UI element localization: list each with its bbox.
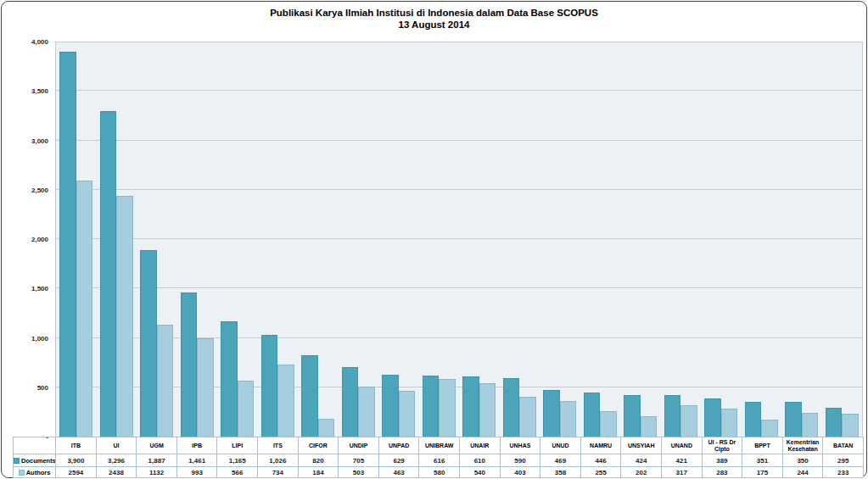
bar-authors-unpad bbox=[399, 391, 416, 437]
value-cell-documents-unand: 421 bbox=[662, 454, 703, 467]
bar-authors-unsyiah bbox=[641, 416, 658, 437]
bar-documents-undip bbox=[342, 367, 359, 437]
category-header-cell: CIFOR bbox=[298, 437, 339, 454]
legend-label: Documents bbox=[21, 457, 56, 465]
value-cell-documents-ui: 3,296 bbox=[96, 454, 137, 467]
y-axis-label: 4,000 bbox=[2, 38, 48, 46]
y-axis-label: 1,500 bbox=[2, 285, 48, 292]
value-cell-documents-ipb: 1,461 bbox=[176, 454, 217, 467]
value-cell-authors-ipb: 993 bbox=[176, 467, 217, 478]
plot-area bbox=[55, 42, 863, 437]
category-header-cell: BPPT bbox=[742, 437, 783, 454]
value-cell-documents-kementrian-kesehatan: 350 bbox=[782, 454, 823, 467]
y-axis-label: 500 bbox=[2, 383, 48, 391]
value-cell-authors-bppt: 175 bbox=[742, 467, 783, 478]
bar-authors-unhas bbox=[519, 397, 536, 437]
data-table: ITBUIUGMIPBLIPIITSCIFORUNDIPUNPADUNIBRAW… bbox=[13, 437, 864, 478]
bar-authors-ugm bbox=[157, 325, 174, 437]
value-cell-documents-its: 1,026 bbox=[258, 454, 299, 467]
bar-authors-cifor bbox=[318, 419, 335, 437]
chart-title-block: Publikasi Karya Ilmiah Institusi di Indo… bbox=[2, 7, 866, 31]
value-cell-documents-unud: 469 bbox=[540, 454, 581, 467]
value-cell-documents-batan: 295 bbox=[823, 454, 864, 467]
category-header-cell: UNHAS bbox=[500, 437, 540, 454]
bar-authors-bppt bbox=[761, 420, 778, 437]
category-header-cell: NAMRU bbox=[580, 437, 621, 454]
legend-key-documents: Documents bbox=[14, 454, 56, 467]
category-header-cell: Kementrian Kesehatan bbox=[782, 437, 823, 454]
bar-documents-cifor bbox=[301, 355, 318, 437]
category-header-cell: UNPAD bbox=[378, 437, 419, 454]
chart-subtitle: 13 August 2014 bbox=[2, 19, 866, 31]
value-cell-documents-ugm: 1,887 bbox=[137, 454, 177, 467]
bar-documents-bppt bbox=[745, 402, 762, 437]
gridline bbox=[56, 140, 862, 141]
value-cell-documents-cifor: 820 bbox=[298, 454, 339, 467]
category-header-cell: ITB bbox=[56, 437, 97, 454]
value-cell-documents-itb: 3,900 bbox=[56, 454, 97, 467]
bar-authors-namru bbox=[600, 411, 617, 437]
value-cell-authors-itb: 2594 bbox=[56, 467, 97, 478]
bar-documents-unud bbox=[543, 390, 560, 437]
gridline bbox=[56, 387, 862, 387]
bar-authors-unibraw bbox=[439, 379, 456, 437]
legend-key-authors: Authors bbox=[14, 467, 56, 478]
bar-documents-namru bbox=[584, 393, 601, 437]
chart-title: Publikasi Karya Ilmiah Institusi di Indo… bbox=[2, 7, 866, 19]
gridline bbox=[56, 90, 862, 91]
category-header-cell: UI - RS Dr Cipto bbox=[702, 437, 742, 454]
gridline bbox=[56, 189, 862, 190]
bar-authors-undip bbox=[358, 387, 375, 437]
bar-documents-unand bbox=[664, 395, 681, 437]
value-cell-authors-unhas: 403 bbox=[500, 467, 540, 478]
value-cell-authors-namru: 255 bbox=[580, 467, 621, 478]
value-cell-authors-undip: 503 bbox=[339, 467, 379, 478]
value-cell-documents-unhas: 590 bbox=[500, 454, 540, 467]
bar-documents-batan bbox=[826, 408, 843, 437]
value-cell-authors-kementrian-kesehatan: 244 bbox=[782, 467, 823, 478]
value-cell-authors-ugm: 1132 bbox=[137, 467, 177, 478]
category-header-cell: IPB bbox=[176, 437, 217, 454]
table-corner-cell bbox=[14, 437, 56, 454]
category-header-cell: ITS bbox=[258, 437, 299, 454]
value-cell-authors-ui-rs-dr-cipto: 283 bbox=[702, 467, 742, 478]
bar-documents-itb bbox=[59, 52, 76, 437]
bar-authors-ui-rs-dr-cipto bbox=[721, 409, 738, 437]
bar-documents-unibraw bbox=[423, 376, 440, 437]
y-axis-label: 2,000 bbox=[2, 236, 48, 243]
value-cell-authors-unand: 317 bbox=[662, 467, 703, 478]
bar-documents-unsyiah bbox=[624, 395, 641, 437]
bar-documents-its bbox=[261, 335, 278, 437]
value-cell-authors-unibraw: 580 bbox=[419, 467, 460, 478]
category-header-cell: UNAND bbox=[662, 437, 703, 454]
category-header-cell: UNIBRAW bbox=[419, 437, 460, 454]
value-cell-documents-undip: 705 bbox=[339, 454, 379, 467]
value-cell-authors-its: 734 bbox=[258, 467, 299, 478]
value-cell-documents-unsyiah: 424 bbox=[621, 454, 662, 467]
legend-swatch-icon bbox=[14, 458, 20, 464]
value-cell-authors-unud: 358 bbox=[540, 467, 581, 478]
category-header-cell: LIPI bbox=[217, 437, 258, 454]
value-cell-documents-unair: 610 bbox=[460, 454, 501, 467]
value-cell-authors-ui: 2438 bbox=[96, 467, 137, 478]
value-cell-documents-unibraw: 616 bbox=[419, 454, 460, 467]
category-header-cell: BATAN bbox=[823, 437, 864, 454]
bar-authors-lipi bbox=[238, 381, 255, 437]
bar-documents-unhas bbox=[503, 378, 520, 437]
bar-authors-ipb bbox=[197, 338, 214, 437]
bar-authors-batan bbox=[842, 414, 859, 437]
y-axis-label: 3,000 bbox=[2, 136, 48, 144]
bar-authors-itb bbox=[76, 181, 93, 437]
category-header-cell: UNUD bbox=[540, 437, 581, 454]
value-cell-authors-cifor: 184 bbox=[298, 467, 339, 478]
bar-authors-kementrian-kesehatan bbox=[802, 413, 819, 437]
category-header-cell: UI bbox=[96, 437, 137, 454]
bar-authors-unand bbox=[680, 405, 697, 437]
bar-documents-unair bbox=[462, 376, 479, 437]
chart-frame: Publikasi Karya Ilmiah Institusi di Indo… bbox=[1, 1, 867, 478]
category-header-cell: UNAIR bbox=[460, 437, 501, 454]
bar-documents-kementrian-kesehatan bbox=[785, 402, 802, 437]
value-cell-documents-unpad: 629 bbox=[378, 454, 419, 467]
category-header-cell: UNSYIAH bbox=[621, 437, 662, 454]
category-header-cell: UNDIP bbox=[339, 437, 379, 454]
